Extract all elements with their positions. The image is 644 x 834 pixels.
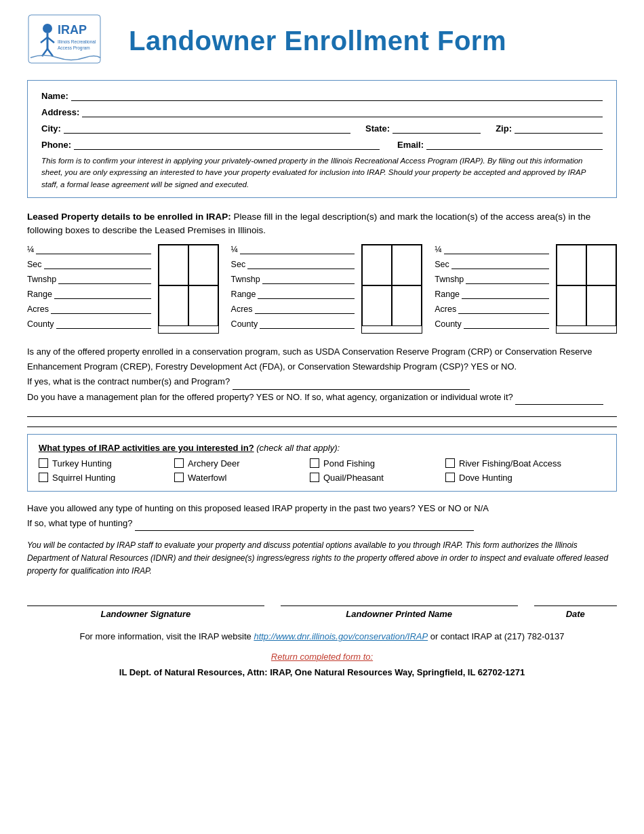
twnshp-field-2[interactable] [262, 274, 355, 284]
county-field-2[interactable] [260, 319, 355, 329]
footer-address-bold: IL Dept. of Natural Resources, Attn: IRA… [119, 667, 525, 677]
activity-squirrel-hunting: Squirrel Hunting [39, 473, 174, 483]
email-group: Email: [388, 139, 603, 150]
activity-dove-hunting: Dove Hunting [445, 473, 601, 483]
county-field-1[interactable] [56, 319, 151, 329]
map-cell-2-4 [392, 285, 422, 326]
zip-field[interactable] [515, 123, 603, 134]
twnshp-row-2: Twnshp [231, 274, 355, 284]
activity-waterfowl: Waterfowl [174, 473, 310, 483]
acres-row-1: Acres [27, 304, 151, 314]
quarter-field-1[interactable] [36, 244, 150, 254]
date-line[interactable] [534, 590, 617, 606]
footer: For more information, visit the IRAP web… [27, 629, 617, 680]
conservation-questions: Is any of the offered property enrolled … [27, 344, 617, 416]
map-cell-1-4 [188, 285, 218, 326]
checkbox-pond-fishing[interactable] [310, 458, 319, 468]
quarter-field-3[interactable] [444, 244, 549, 254]
hunting-type-field[interactable] [135, 521, 474, 531]
email-field[interactable] [426, 139, 603, 150]
address-row: Address: [41, 106, 603, 117]
map-cell-1-3 [159, 285, 188, 326]
sec-row-3: Sec [435, 259, 549, 269]
map-box-3 [556, 244, 617, 334]
range-row-1: Range [27, 289, 151, 299]
footer-link[interactable]: http://www.dnr.illinois.gov/conservation… [254, 631, 428, 641]
county-row-2: County [231, 319, 355, 329]
activity-river-fishing: River Fishing/Boat Access [445, 458, 601, 469]
checkbox-archery-deer[interactable] [174, 458, 184, 468]
footer-address: IL Dept. of Natural Resources, Attn: IRA… [27, 664, 617, 680]
signature-line[interactable] [27, 590, 264, 606]
conservation-q2: Do you have a management plan for the of… [27, 390, 617, 405]
acres-field-1[interactable] [51, 304, 151, 314]
checkbox-river-fishing[interactable] [445, 458, 455, 468]
sec-row-2: Sec [231, 259, 355, 269]
logo-area: IRAP Illinois Recreational Access Progra… [27, 14, 108, 68]
activities-title: What types of IRAP activities are you in… [39, 443, 605, 453]
checkbox-squirrel-hunting[interactable] [39, 473, 48, 482]
county-field-3[interactable] [464, 319, 549, 329]
contract-number-field[interactable] [233, 380, 470, 390]
header: IRAP Illinois Recreational Access Progra… [27, 14, 617, 68]
state-label: State: [365, 123, 390, 134]
checkbox-quail-pheasant[interactable] [310, 473, 319, 482]
sec-field-1[interactable] [44, 259, 151, 269]
conservation-q1-followup: If yes, what is the contract number(s) a… [27, 374, 617, 389]
map-cell-3-2 [586, 245, 616, 285]
range-field-2[interactable] [258, 289, 355, 299]
address-label: Address: [41, 107, 79, 117]
map-cell-3-1 [557, 245, 586, 285]
city-state-zip-row: City: State: Zip: [41, 123, 603, 134]
property-fields-1: ¼ Sec Twnshp Range Acres [27, 244, 151, 334]
phone-label: Phone: [41, 140, 71, 150]
hunting-q2: If so, what type of hunting? [27, 516, 617, 531]
sec-field-2[interactable] [247, 259, 355, 269]
hunting-q1: Have you allowed any type of hunting on … [27, 501, 617, 516]
quarter-row-2: ¼ [231, 244, 355, 254]
contact-section: Name: Address: City: State: Zip: Phone: … [27, 80, 617, 198]
checkbox-waterfowl[interactable] [174, 473, 184, 482]
city-field[interactable] [64, 123, 350, 134]
property-grid: ¼ Sec Twnshp Range Acres [27, 244, 617, 334]
signature-section: Landowner Signature Landowner Printed Na… [27, 590, 617, 619]
property-fields-3: ¼ Sec Twnshp Range Acres [435, 244, 549, 334]
name-field[interactable] [71, 90, 603, 101]
svg-point-1 [43, 24, 52, 33]
address-field[interactable] [82, 106, 603, 117]
range-field-3[interactable] [462, 289, 549, 299]
name-row: Name: [41, 90, 603, 101]
quarter-field-2[interactable] [240, 244, 355, 254]
checkbox-turkey-hunting[interactable] [39, 458, 48, 468]
twnshp-field-3[interactable] [466, 274, 549, 284]
sig-block-date: Date [534, 590, 617, 619]
phone-field[interactable] [74, 139, 380, 150]
sec-field-3[interactable] [451, 259, 549, 269]
map-cell-2-3 [362, 285, 392, 326]
phone-email-row: Phone: Email: [41, 139, 603, 150]
acres-field-2[interactable] [255, 304, 355, 314]
range-row-3: Range [435, 289, 549, 299]
italic-disclaimer: You will be contacted by IRAP staff to e… [27, 539, 617, 578]
conservation-q1: Is any of the offered property enrolled … [27, 344, 617, 374]
sig-block-signature: Landowner Signature [27, 590, 264, 619]
property-fields-2: ¼ Sec Twnshp Range Acres [231, 244, 355, 334]
map-box-2 [361, 244, 422, 334]
hunting-section: Have you allowed any type of hunting on … [27, 501, 617, 531]
property-column-2: ¼ Sec Twnshp Range Acres [231, 244, 423, 334]
leased-property-heading: Leased Property details to be enrolled i… [27, 210, 617, 238]
property-column-1: ¼ Sec Twnshp Range Acres [27, 244, 219, 334]
management-plan-field[interactable] [515, 395, 603, 405]
map-cell-3-3 [557, 285, 586, 326]
q2-continuation-line[interactable] [27, 408, 617, 417]
map-cell-2-1 [362, 245, 392, 285]
twnshp-field-1[interactable] [58, 274, 151, 284]
acres-row-3: Acres [435, 304, 549, 314]
state-field[interactable] [393, 123, 481, 134]
county-row-1: County [27, 319, 151, 329]
activity-pond-fishing: Pond Fishing [310, 458, 445, 469]
range-field-1[interactable] [54, 289, 151, 299]
checkbox-dove-hunting[interactable] [445, 473, 455, 482]
acres-field-3[interactable] [458, 304, 549, 314]
printed-name-line[interactable] [281, 590, 518, 606]
